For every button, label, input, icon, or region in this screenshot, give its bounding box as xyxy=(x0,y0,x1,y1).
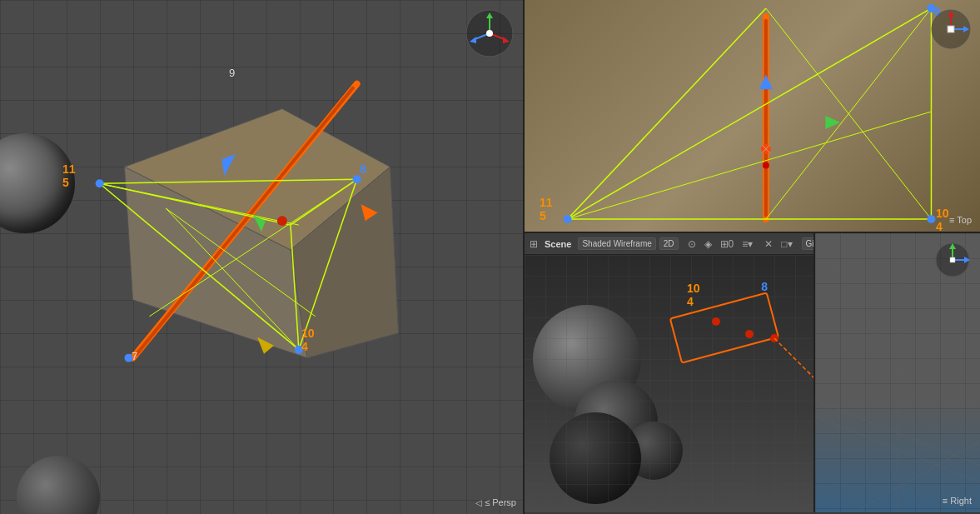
top-view-gizmo[interactable] xyxy=(930,8,972,50)
scene-hash-icon: ⊞ xyxy=(530,238,538,250)
scene-toolbar-icon-5[interactable]: ✕ xyxy=(762,237,775,251)
label-11-5-top: 115 xyxy=(540,196,553,222)
right-view-panel: ≡ Right xyxy=(813,233,980,512)
grid-background xyxy=(0,0,523,514)
gizmos-button[interactable]: Gizmos xyxy=(802,237,813,250)
scene-grid xyxy=(525,255,813,512)
top-view-label: ≡ Top xyxy=(949,215,972,225)
svg-rect-55 xyxy=(948,26,954,32)
bottom-right-area: ⊞ Scene Shaded Wireframe 2D ⊙ ◈ ⊞0 ≡▾ ✕ … xyxy=(525,233,980,512)
right-gizmo-svg xyxy=(934,242,972,279)
right-panel: 115 8 104 ≡ Top xyxy=(525,0,980,514)
scene-toolbar-icon-1[interactable]: ⊙ xyxy=(685,237,699,251)
label-11-5-left: 115 xyxy=(62,162,76,189)
right-view-gizmo[interactable] xyxy=(934,242,972,279)
scene-content: 104 8 xyxy=(525,255,813,512)
persp-label: ◁ ≤ Persp xyxy=(475,497,516,507)
label-9-left: 9 xyxy=(229,67,235,79)
top-view-background xyxy=(525,0,980,232)
scene-toolbar-icon-2[interactable]: ◈ xyxy=(702,237,714,251)
scene-toolbar-icon-6[interactable]: □▾ xyxy=(779,237,794,251)
persp-arrow-icon: ◁ xyxy=(475,498,482,507)
scene-toolbar-icon-4[interactable]: ≡▾ xyxy=(739,237,755,251)
label-10-4-top: 104 xyxy=(936,207,949,233)
2d-button[interactable]: 2D xyxy=(659,237,679,250)
perspective-gizmo[interactable] xyxy=(465,8,515,58)
label-8-left: 8 xyxy=(360,162,366,176)
main-container: 115 8 104 7 9 ◁ ≤ Persp xyxy=(0,0,980,514)
label-8-scene: 8 xyxy=(761,280,768,293)
right-view-label: ≡ Right xyxy=(943,496,972,506)
persp-view-label: ≤ Persp xyxy=(485,497,516,507)
top-gizmo-svg xyxy=(930,8,972,50)
scene-panel: ⊞ Scene Shaded Wireframe 2D ⊙ ◈ ⊞0 ≡▾ ✕ … xyxy=(525,233,813,512)
label-10-4-scene: 104 xyxy=(687,282,700,308)
perspective-view-panel: 115 8 104 7 9 ◁ ≤ Persp xyxy=(0,0,525,514)
svg-rect-72 xyxy=(950,257,955,262)
label-7-left: 7 xyxy=(132,350,137,362)
shading-dropdown[interactable]: Shaded Wireframe xyxy=(578,237,655,250)
scene-toolbar-icon-3[interactable]: ⊞0 xyxy=(718,237,737,251)
svg-point-31 xyxy=(486,30,493,37)
top-view-panel: 115 8 104 ≡ Top xyxy=(525,0,980,233)
scene-tab-label[interactable]: Scene xyxy=(545,239,571,249)
label-10-4-left: 104 xyxy=(301,327,315,353)
gizmo-svg xyxy=(465,8,515,58)
scene-toolbar: ⊞ Scene Shaded Wireframe 2D ⊙ ◈ ⊞0 ≡▾ ✕ … xyxy=(525,233,813,255)
